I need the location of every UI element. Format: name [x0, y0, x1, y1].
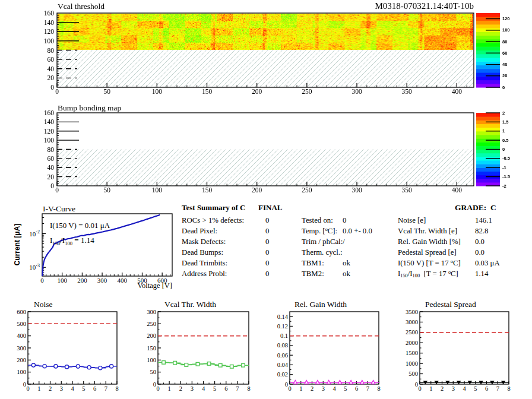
- summary-label: Trim / phCal:: [302, 238, 343, 246]
- summary-value: 0.03 μA: [475, 259, 500, 268]
- svg-text:7: 7: [104, 385, 107, 392]
- summary-label: Tested on:: [302, 216, 333, 225]
- svg-text:50: 50: [150, 369, 157, 375]
- svg-text:1000: 1000: [406, 360, 418, 367]
- svg-text:8: 8: [247, 385, 250, 392]
- summary-value: 0.0: [475, 248, 484, 257]
- svg-text:0.08: 0.08: [277, 342, 288, 349]
- summary-grade: GRADE: C: [455, 203, 496, 213]
- svg-text:100: 100: [502, 27, 510, 33]
- svg-text:8: 8: [377, 385, 380, 392]
- svg-text:2: 2: [441, 385, 444, 392]
- summary-final-label: FINAL: [258, 203, 282, 213]
- svg-text:200: 200: [252, 88, 262, 95]
- summary-value: 146.1: [475, 216, 492, 225]
- svg-text:0: 0: [55, 88, 59, 95]
- summary-label: I150/I100 [T = 17 oC]: [398, 270, 458, 278]
- svg-text:300: 300: [147, 309, 156, 315]
- svg-text:0: 0: [50, 84, 54, 91]
- summary-value: 0: [265, 270, 269, 278]
- svg-text:0.02: 0.02: [277, 371, 288, 378]
- module-id: M0318-070321.14:40T-10b: [296, 1, 474, 11]
- summary-value: 0.0: [475, 238, 484, 246]
- vcal-threshold-title: Vcal threshold: [58, 2, 104, 11]
- svg-text:5: 5: [213, 385, 216, 392]
- svg-text:100: 100: [44, 37, 55, 45]
- svg-text:150: 150: [147, 345, 156, 352]
- svg-text:250: 250: [147, 321, 156, 327]
- summary-value: 0: [343, 216, 346, 225]
- svg-text:1: 1: [502, 128, 505, 134]
- summary-value: ok: [343, 270, 350, 278]
- svg-text:300: 300: [97, 277, 107, 284]
- svg-text:0: 0: [50, 182, 54, 189]
- svg-text:400: 400: [452, 88, 463, 95]
- svg-text:500: 500: [408, 370, 418, 377]
- svg-text:300: 300: [17, 345, 26, 352]
- svg-text:2: 2: [179, 385, 182, 392]
- svg-text:5: 5: [82, 385, 85, 392]
- svg-text:160: 160: [44, 10, 55, 17]
- svg-text:100: 100: [57, 277, 67, 284]
- svg-text:200: 200: [147, 332, 156, 339]
- svg-text:200: 200: [252, 186, 262, 194]
- svg-text:0.06: 0.06: [277, 352, 288, 359]
- svg-text:2: 2: [49, 385, 52, 392]
- pedestal-spread-title: Pedestal Spread: [425, 300, 476, 309]
- svg-text:3: 3: [60, 385, 63, 392]
- summary-label: ROCs > 1% defects:: [182, 216, 244, 225]
- vcal-threshold-chart: 0204060801001201401600501001502002503003…: [0, 0, 532, 101]
- svg-text:80: 80: [502, 39, 507, 45]
- svg-text:100: 100: [152, 88, 163, 95]
- svg-text:0.1: 0.1: [280, 332, 288, 339]
- iv-curve-chart: 010020030040050060010-310-2I(150 V) = 0.…: [0, 199, 196, 294]
- svg-text:150: 150: [202, 88, 213, 95]
- svg-text:80: 80: [48, 146, 55, 153]
- svg-text:10-3: 10-3: [29, 263, 40, 271]
- svg-text:150: 150: [202, 186, 213, 194]
- svg-text:8: 8: [115, 385, 118, 392]
- svg-text:100: 100: [17, 369, 26, 375]
- summary-title: Test Summary of C: [182, 203, 246, 213]
- svg-text:200: 200: [17, 357, 26, 363]
- svg-text:4: 4: [71, 385, 74, 392]
- svg-text:40: 40: [502, 62, 507, 67]
- svg-text:5: 5: [344, 385, 347, 392]
- svg-text:1: 1: [429, 385, 432, 392]
- summary-value: /: [343, 238, 345, 246]
- svg-text:350: 350: [402, 186, 413, 194]
- summary-label: Noise [e]: [398, 216, 426, 225]
- svg-text:0: 0: [40, 277, 44, 284]
- svg-text:0: 0: [26, 385, 29, 392]
- svg-text:3: 3: [191, 385, 194, 392]
- summary-value: ok: [343, 259, 350, 268]
- svg-text:0: 0: [502, 147, 505, 152]
- svg-text:7: 7: [366, 385, 369, 392]
- summary-label: Rel. Gain Width [%]: [398, 238, 461, 246]
- svg-text:20: 20: [502, 73, 507, 78]
- svg-text:3500: 3500: [406, 309, 418, 315]
- summary-label: Dead Pixel:: [182, 227, 217, 236]
- summary-value: 0: [265, 216, 269, 225]
- iv-curve-title: I-V-Curve: [43, 204, 75, 214]
- summary-value: 1.14: [475, 270, 488, 278]
- svg-text:0: 0: [55, 186, 59, 194]
- summary-label: Temp. [oC]:: [302, 227, 337, 236]
- summary-label: Dead Trimbits:: [182, 259, 227, 268]
- svg-text:3: 3: [452, 385, 455, 392]
- svg-text:6: 6: [93, 385, 96, 392]
- svg-text:7: 7: [236, 385, 239, 392]
- svg-text:10-2: 10-2: [29, 229, 40, 238]
- summary-label: I(150 V) [T = 17 oC]: [398, 259, 461, 268]
- bump-bonding-title: Bump bonding map: [58, 103, 121, 113]
- svg-text:1: 1: [299, 385, 302, 392]
- svg-text:2000: 2000: [406, 340, 418, 346]
- svg-text:0.5: 0.5: [502, 138, 508, 143]
- svg-text:60: 60: [48, 56, 55, 63]
- noise-title: Noise: [34, 300, 53, 309]
- summary-label: Dead Bumps:: [182, 248, 223, 257]
- svg-text:350: 350: [402, 88, 413, 95]
- svg-text:80: 80: [48, 47, 55, 54]
- svg-text:1: 1: [168, 385, 171, 392]
- svg-text:2: 2: [502, 110, 505, 116]
